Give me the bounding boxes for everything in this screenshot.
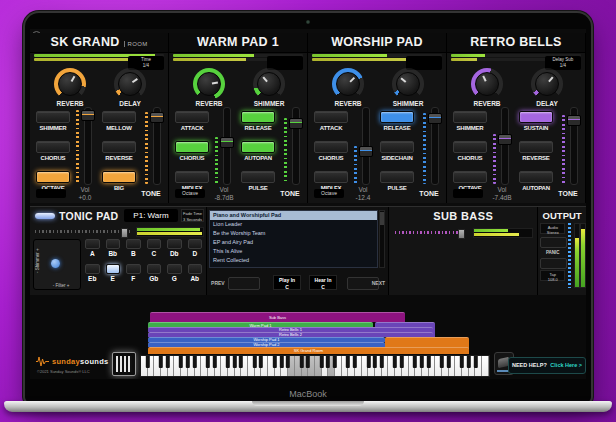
fx-button-autopan[interactable] [519,171,553,183]
piano-black-key[interactable] [400,356,404,368]
piano-black-key[interactable] [393,356,397,368]
tone-fader[interactable] [562,107,579,185]
fx-button-autopan[interactable] [241,141,275,153]
setlist-song[interactable]: This Is Alive [210,247,377,256]
fader-handle[interactable] [359,146,373,157]
fader-handle[interactable] [567,115,581,126]
setlist-song[interactable]: Rent Collected [210,256,377,265]
piano-black-key[interactable] [212,356,216,368]
piano-black-key[interactable] [286,356,290,368]
setlist-song[interactable]: Piano and Worshipful Pad [210,211,377,220]
piano-black-key[interactable] [299,356,303,368]
piano-black-key[interactable] [319,356,323,368]
tone-fader[interactable] [284,107,301,185]
piano-black-key[interactable] [279,356,283,368]
setlist-song[interactable]: Lion Leader [210,220,377,229]
reverb-knob[interactable] [335,71,361,97]
shimmer-knob[interactable] [256,71,282,97]
note-button-d[interactable] [188,239,203,249]
help-link[interactable]: Click Here > [550,362,582,368]
fx-button-pulse[interactable] [241,171,275,183]
fx-button-shimmer[interactable] [453,111,487,123]
note-button-g[interactable] [167,264,182,274]
fader-handle[interactable] [428,113,442,124]
fx-button-reverse[interactable] [519,141,553,153]
xy-pad-puck[interactable] [51,259,60,268]
note-button-a[interactable] [85,239,100,249]
volume-fader[interactable] [76,107,93,185]
fx-button-attack[interactable] [175,111,209,123]
setlist-scrollbar[interactable] [379,210,385,268]
output-button[interactable] [540,237,567,248]
fx-button-midi-fx[interactable] [314,171,348,183]
fx-button-chorus[interactable] [175,141,209,153]
reverb-knob[interactable] [196,71,222,97]
need-help-pill[interactable]: NEED HELP? Click Here > [508,357,586,374]
piano-black-key[interactable] [253,356,257,368]
piano-black-key[interactable] [145,356,149,368]
piano-black-key[interactable] [447,356,451,368]
fx-button-big[interactable] [102,171,136,183]
patch-display[interactable]: P1: Warm [124,209,178,222]
fx-button-attack[interactable] [314,111,348,123]
piano-black-key[interactable] [467,356,471,368]
slider-handle[interactable] [121,228,128,238]
note-button-c[interactable] [147,239,162,249]
fader-handle[interactable] [289,118,303,129]
prev-button[interactable] [228,277,260,290]
piano-black-key[interactable] [186,356,190,368]
panic-button[interactable] [540,258,567,269]
fader-handle[interactable] [220,137,234,148]
slider-handle[interactable] [458,229,465,239]
piano-black-key[interactable] [326,356,330,368]
delay-knob[interactable] [534,71,560,97]
fx-button-octave[interactable] [453,171,487,183]
piano-black-key[interactable] [353,356,357,368]
fx-button-sustain[interactable] [519,111,553,123]
note-button-b[interactable] [126,239,141,249]
fx-button-pulse[interactable] [380,171,414,183]
piano-black-key[interactable] [259,356,263,368]
note-button-e[interactable] [106,264,121,274]
piano-black-key[interactable] [413,356,417,368]
volume-fader[interactable] [493,107,510,185]
piano-black-key[interactable] [366,356,370,368]
fx-button-octave[interactable] [36,171,70,183]
note-button-db[interactable] [167,239,182,249]
piano-black-key[interactable] [159,356,163,368]
volume-fader[interactable] [215,107,232,185]
reverb-knob[interactable] [474,71,500,97]
piano-black-key[interactable] [427,356,431,368]
scrollbar-thumb[interactable] [380,212,384,225]
tonic-volume-slider[interactable] [35,228,131,236]
piano-black-key[interactable] [333,356,337,368]
tap-tempo-box[interactable]: Tap 108.0 [540,270,565,281]
piano-black-key[interactable] [179,356,183,368]
piano-black-key[interactable] [206,356,210,368]
fader-handle[interactable] [150,112,164,123]
note-button-gb[interactable] [147,264,162,274]
fx-button-release[interactable] [380,111,414,123]
note-button-f[interactable] [126,264,141,274]
tonic-pad-power-indicator[interactable] [35,213,55,219]
fx-button-chorus[interactable] [453,141,487,153]
sub-bass-slider[interactable] [395,229,465,237]
piano-black-key[interactable] [166,356,170,368]
fx-button-shimmer[interactable] [36,111,70,123]
fx-button-sidechain[interactable] [380,141,414,153]
reverb-knob[interactable] [57,71,83,97]
tone-fader[interactable] [423,107,440,185]
setlist-song[interactable]: EP and Airy Pad [210,238,377,247]
piano-black-key[interactable] [373,356,377,368]
fx-button-reverse[interactable] [102,141,136,153]
piano-black-key[interactable] [473,356,477,368]
fx-button-chorus[interactable] [36,141,70,153]
note-button-ab[interactable] [188,264,203,274]
piano-black-key[interactable] [232,356,236,368]
shimmer-knob[interactable] [395,71,421,97]
delay-knob[interactable] [117,71,143,97]
piano-black-key[interactable] [192,356,196,368]
piano-black-key[interactable] [239,356,243,368]
piano-white-key[interactable] [482,356,489,376]
piano-black-key[interactable] [346,356,350,368]
